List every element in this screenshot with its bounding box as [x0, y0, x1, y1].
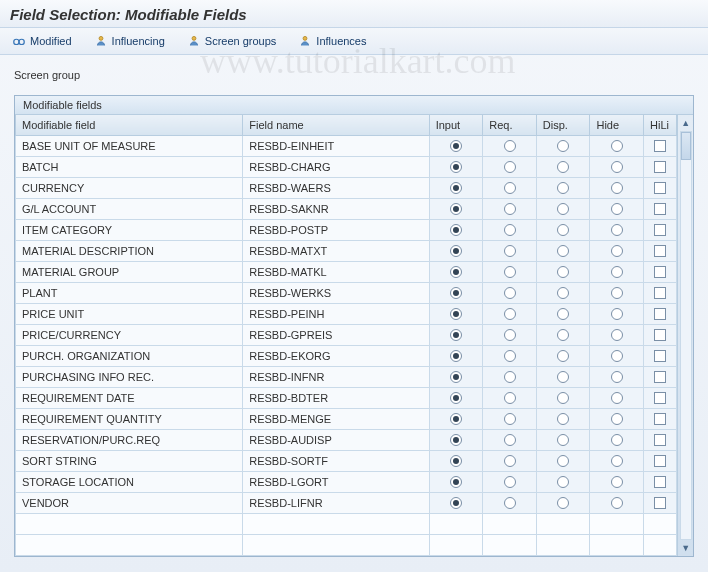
modified-button[interactable]: Modified [8, 32, 76, 50]
radio-hide[interactable] [611, 161, 623, 173]
radio-hide[interactable] [611, 182, 623, 194]
radio-input[interactable] [450, 266, 462, 278]
radio-hide[interactable] [611, 455, 623, 467]
radio-hide[interactable] [611, 245, 623, 257]
col-header-input[interactable]: Input [429, 115, 483, 135]
radio-disp[interactable] [557, 224, 569, 236]
checkbox-hili[interactable] [654, 266, 666, 278]
checkbox-hili[interactable] [654, 350, 666, 362]
radio-hide[interactable] [611, 413, 623, 425]
radio-hide[interactable] [611, 308, 623, 320]
checkbox-hili[interactable] [654, 245, 666, 257]
col-header-disp[interactable]: Disp. [536, 115, 590, 135]
checkbox-hili[interactable] [654, 371, 666, 383]
scroll-track[interactable] [680, 131, 692, 540]
radio-hide[interactable] [611, 287, 623, 299]
col-header-hide[interactable]: Hide [590, 115, 644, 135]
influences-button[interactable]: Influences [294, 32, 370, 50]
radio-disp[interactable] [557, 371, 569, 383]
radio-input[interactable] [450, 476, 462, 488]
checkbox-hili[interactable] [654, 308, 666, 320]
radio-req[interactable] [504, 434, 516, 446]
radio-disp[interactable] [557, 161, 569, 173]
radio-input[interactable] [450, 329, 462, 341]
radio-hide[interactable] [611, 224, 623, 236]
radio-input[interactable] [450, 308, 462, 320]
radio-input[interactable] [450, 434, 462, 446]
radio-disp[interactable] [557, 308, 569, 320]
influencing-button[interactable]: Influencing [90, 32, 169, 50]
checkbox-hili[interactable] [654, 476, 666, 488]
radio-disp[interactable] [557, 476, 569, 488]
checkbox-hili[interactable] [654, 140, 666, 152]
radio-disp[interactable] [557, 350, 569, 362]
checkbox-hili[interactable] [654, 329, 666, 341]
radio-hide[interactable] [611, 350, 623, 362]
radio-req[interactable] [504, 308, 516, 320]
radio-req[interactable] [504, 224, 516, 236]
checkbox-hili[interactable] [654, 434, 666, 446]
radio-req[interactable] [504, 182, 516, 194]
radio-disp[interactable] [557, 329, 569, 341]
radio-input[interactable] [450, 245, 462, 257]
radio-hide[interactable] [611, 392, 623, 404]
radio-input[interactable] [450, 287, 462, 299]
radio-hide[interactable] [611, 371, 623, 383]
radio-input[interactable] [450, 203, 462, 215]
checkbox-hili[interactable] [654, 497, 666, 509]
radio-disp[interactable] [557, 413, 569, 425]
checkbox-hili[interactable] [654, 287, 666, 299]
radio-req[interactable] [504, 329, 516, 341]
radio-input[interactable] [450, 497, 462, 509]
radio-disp[interactable] [557, 392, 569, 404]
radio-hide[interactable] [611, 140, 623, 152]
radio-disp[interactable] [557, 455, 569, 467]
checkbox-hili[interactable] [654, 224, 666, 236]
col-header-label[interactable]: Modifiable field [16, 115, 243, 135]
checkbox-hili[interactable] [654, 392, 666, 404]
radio-req[interactable] [504, 455, 516, 467]
radio-disp[interactable] [557, 182, 569, 194]
radio-req[interactable] [504, 203, 516, 215]
radio-hide[interactable] [611, 266, 623, 278]
radio-req[interactable] [504, 245, 516, 257]
checkbox-hili[interactable] [654, 455, 666, 467]
col-header-req[interactable]: Req. [483, 115, 537, 135]
radio-hide[interactable] [611, 497, 623, 509]
checkbox-hili[interactable] [654, 203, 666, 215]
radio-req[interactable] [504, 371, 516, 383]
vertical-scrollbar[interactable]: ▲ ▼ [677, 115, 693, 556]
radio-hide[interactable] [611, 476, 623, 488]
screen-groups-button[interactable]: Screen groups [183, 32, 281, 50]
radio-disp[interactable] [557, 245, 569, 257]
radio-disp[interactable] [557, 266, 569, 278]
radio-input[interactable] [450, 455, 462, 467]
radio-hide[interactable] [611, 203, 623, 215]
radio-req[interactable] [504, 266, 516, 278]
radio-disp[interactable] [557, 497, 569, 509]
radio-input[interactable] [450, 392, 462, 404]
radio-hide[interactable] [611, 329, 623, 341]
scroll-up-button[interactable]: ▲ [680, 117, 692, 129]
radio-input[interactable] [450, 350, 462, 362]
radio-req[interactable] [504, 476, 516, 488]
radio-req[interactable] [504, 392, 516, 404]
radio-req[interactable] [504, 350, 516, 362]
radio-input[interactable] [450, 161, 462, 173]
col-header-hili[interactable]: HiLi [644, 115, 677, 135]
scroll-down-button[interactable]: ▼ [680, 542, 692, 554]
checkbox-hili[interactable] [654, 161, 666, 173]
radio-req[interactable] [504, 287, 516, 299]
radio-disp[interactable] [557, 203, 569, 215]
radio-req[interactable] [504, 497, 516, 509]
checkbox-hili[interactable] [654, 413, 666, 425]
radio-input[interactable] [450, 140, 462, 152]
radio-disp[interactable] [557, 140, 569, 152]
radio-req[interactable] [504, 413, 516, 425]
scroll-thumb[interactable] [681, 132, 691, 160]
radio-hide[interactable] [611, 434, 623, 446]
radio-input[interactable] [450, 182, 462, 194]
checkbox-hili[interactable] [654, 182, 666, 194]
radio-req[interactable] [504, 140, 516, 152]
col-header-name[interactable]: Field name [243, 115, 429, 135]
